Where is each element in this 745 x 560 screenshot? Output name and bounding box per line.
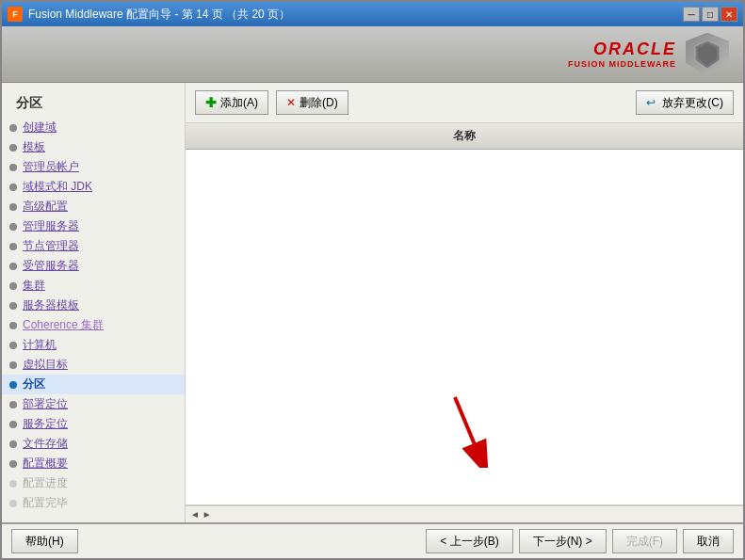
sidebar-label-advanced-config: 高级配置 xyxy=(23,199,68,215)
finish-button[interactable]: 完成(F) xyxy=(612,529,677,553)
sidebar-label-file-store: 文件存储 xyxy=(23,436,68,452)
dot-icon-disabled xyxy=(9,480,17,488)
sidebar-title: 分区 xyxy=(2,88,185,118)
dot-icon xyxy=(9,342,17,349)
sidebar-item-deploy-targeting[interactable]: 部署定位 xyxy=(2,394,185,414)
maximize-button[interactable]: □ xyxy=(702,7,719,22)
delete-button[interactable]: ✕ 删除(D) xyxy=(276,90,348,115)
sidebar-item-virtual-target[interactable]: 虚拟目标 xyxy=(2,355,185,375)
sidebar-label-config-progress: 配置进度 xyxy=(23,475,68,491)
sidebar-item-admin-account[interactable]: 管理员帐户 xyxy=(2,157,185,177)
main-panel: ✚ 添加(A) ✕ 删除(D) ↩ 放弃更改(C) 名称 xyxy=(186,83,743,522)
oracle-shield-icon xyxy=(686,33,729,76)
sidebar-label-managed-service: 受管服务器 xyxy=(23,258,79,274)
scroll-arrows: ◄ ► xyxy=(190,509,212,520)
sidebar-label-config-complete: 配置完毕 xyxy=(23,495,68,511)
table-header: 名称 xyxy=(186,123,743,150)
sidebar-label-service-targeting: 服务定位 xyxy=(23,416,68,432)
dot-icon xyxy=(9,440,17,448)
sidebar-item-template[interactable]: 模板 xyxy=(2,137,185,157)
sidebar-label-virtual-target: 虚拟目标 xyxy=(23,357,68,373)
scroll-hint: ◄ ► xyxy=(186,505,743,522)
col-name-header: 名称 xyxy=(186,128,743,144)
footer-left: 帮助(H) xyxy=(11,529,78,553)
plus-icon: ✚ xyxy=(205,95,217,110)
add-button[interactable]: ✚ 添加(A) xyxy=(195,90,268,115)
window-title: Fusion Middleware 配置向导 - 第 14 页 （共 20 页） xyxy=(28,7,683,23)
sidebar-item-managed-server[interactable]: 管理服务器 xyxy=(2,216,185,236)
sidebar-item-machine[interactable]: 计算机 xyxy=(2,335,185,355)
sidebar: 分区 创建域 模板 管理员帐户 域模式和 JDK xyxy=(2,83,186,522)
header-bar: ORACLE FUSION MIDDLEWARE xyxy=(2,26,743,83)
dot-icon xyxy=(9,223,17,231)
main-content: ORACLE FUSION MIDDLEWARE 分区 创建域 xyxy=(2,26,743,558)
sidebar-item-coherence-cluster[interactable]: Coherence 集群 xyxy=(2,315,185,335)
add-label: 添加(A) xyxy=(220,95,258,111)
discard-button[interactable]: ↩ 放弃更改(C) xyxy=(636,90,734,115)
close-button[interactable]: ✕ xyxy=(721,7,737,22)
sidebar-item-server-template[interactable]: 服务器模板 xyxy=(2,296,185,315)
sidebar-item-config-summary[interactable]: 配置概要 xyxy=(2,454,185,473)
sidebar-item-file-store[interactable]: 文件存储 xyxy=(2,434,185,454)
cancel-button[interactable]: 取消 xyxy=(683,529,734,553)
help-button[interactable]: 帮助(H) xyxy=(11,529,78,553)
dot-icon xyxy=(9,263,17,270)
oracle-text: ORACLE xyxy=(593,40,676,59)
app-icon: F xyxy=(8,7,23,22)
dot-icon xyxy=(9,164,17,171)
discard-icon: ↩ xyxy=(646,96,656,109)
sidebar-item-managed-service[interactable]: 受管服务器 xyxy=(2,256,185,276)
minimize-button[interactable]: ─ xyxy=(683,7,700,22)
dot-icon xyxy=(9,361,17,369)
dot-icon xyxy=(9,184,17,191)
sidebar-label-node-manager: 节点管理器 xyxy=(23,238,79,254)
window-controls: ─ □ ✕ xyxy=(683,7,737,22)
sidebar-label-cluster: 集群 xyxy=(23,278,45,294)
dot-icon xyxy=(9,144,17,152)
delete-label: 删除(D) xyxy=(300,95,338,111)
sidebar-item-node-manager[interactable]: 节点管理器 xyxy=(2,236,185,256)
sidebar-item-cluster[interactable]: 集群 xyxy=(2,276,185,296)
sidebar-label-domain-jdk: 域模式和 JDK xyxy=(23,179,92,195)
sidebar-label-template: 模板 xyxy=(23,139,45,155)
sidebar-item-domain-jdk[interactable]: 域模式和 JDK xyxy=(2,177,185,197)
panel-toolbar: ✚ 添加(A) ✕ 删除(D) ↩ 放弃更改(C) xyxy=(186,83,743,123)
dot-icon xyxy=(9,302,17,310)
footer-bar: 帮助(H) < 上一步(B) 下一步(N) > 完成(F) 取消 xyxy=(2,522,743,558)
oracle-sub: FUSION MIDDLEWARE xyxy=(568,59,676,69)
table-body[interactable] xyxy=(186,150,743,505)
dot-icon xyxy=(9,282,17,290)
active-dot-icon xyxy=(9,381,17,389)
sidebar-item-create-domain[interactable]: 创建域 xyxy=(2,118,185,137)
sidebar-label-admin-account: 管理员帐户 xyxy=(23,159,79,175)
sidebar-item-config-complete: 配置完毕 xyxy=(2,493,185,513)
dot-icon xyxy=(9,401,17,408)
sidebar-label-machine: 计算机 xyxy=(23,337,57,353)
panel-content: 名称 ◄ ► xyxy=(186,123,743,522)
prev-button[interactable]: < 上一步(B) xyxy=(426,529,512,553)
discard-label: 放弃更改(C) xyxy=(662,95,723,111)
dot-icon xyxy=(9,243,17,250)
dot-icon xyxy=(9,322,17,329)
dot-icon xyxy=(9,421,17,428)
footer-right: < 上一步(B) 下一步(N) > 完成(F) 取消 xyxy=(426,529,734,553)
sidebar-label-partition: 分区 xyxy=(23,376,45,392)
sidebar-item-config-progress: 配置进度 xyxy=(2,473,185,493)
sidebar-item-advanced-config[interactable]: 高级配置 xyxy=(2,197,185,216)
sidebar-label-managed-server: 管理服务器 xyxy=(23,218,79,234)
sidebar-item-service-targeting[interactable]: 服务定位 xyxy=(2,414,185,434)
oracle-logo: ORACLE FUSION MIDDLEWARE xyxy=(568,40,676,69)
sidebar-label-server-template: 服务器模板 xyxy=(23,297,79,313)
next-button[interactable]: 下一步(N) > xyxy=(519,529,607,553)
dot-icon xyxy=(9,203,17,211)
sidebar-item-partition[interactable]: 分区 xyxy=(2,375,185,394)
sidebar-label-coherence-cluster: Coherence 集群 xyxy=(23,317,104,333)
title-bar: F Fusion Middleware 配置向导 - 第 14 页 （共 20 … xyxy=(2,2,743,26)
main-window: F Fusion Middleware 配置向导 - 第 14 页 （共 20 … xyxy=(0,0,745,560)
dot-icon xyxy=(9,460,17,468)
sidebar-label-create-domain: 创建域 xyxy=(23,120,57,136)
sidebar-label-deploy-targeting: 部署定位 xyxy=(23,396,68,412)
dot-icon-disabled xyxy=(9,500,17,507)
sidebar-label-config-summary: 配置概要 xyxy=(23,456,68,472)
dot-icon xyxy=(9,124,17,132)
